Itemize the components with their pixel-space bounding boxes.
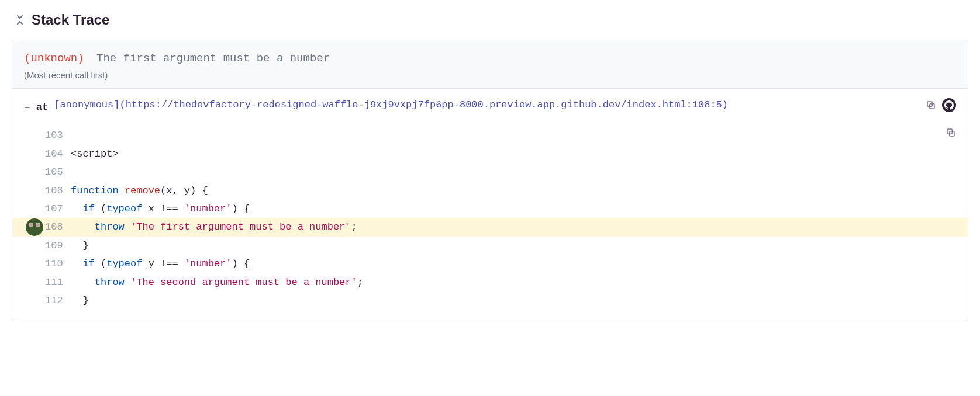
code-content: }	[71, 237, 89, 255]
line-number: 105	[45, 163, 71, 181]
line-number: 104	[45, 145, 71, 163]
code-content: throw 'The first argument must be a numb…	[71, 218, 357, 236]
panel-header: (unknown) The first argument must be a n…	[12, 40, 968, 89]
code-line: 108 throw 'The first argument must be a …	[12, 218, 968, 236]
code-content: if (typeof y !== 'number') {	[71, 255, 250, 273]
error-message: The first argument must be a number	[96, 52, 330, 65]
line-number: 108	[45, 218, 71, 236]
code-line: 109 }	[24, 237, 956, 255]
frame-collapse-toggle[interactable]: −	[24, 99, 30, 117]
github-icon[interactable]	[942, 98, 956, 112]
code-line: 107 if (typeof x !== 'number') {	[24, 200, 956, 218]
section-title: Stack Trace	[32, 12, 109, 28]
code-block: 103104<script>105106function remove(x, y…	[24, 126, 956, 310]
line-number: 106	[45, 182, 71, 200]
error-source: (unknown)	[24, 52, 84, 65]
code-line: 110 if (typeof y !== 'number') {	[24, 255, 956, 273]
line-number: 110	[45, 255, 71, 273]
stack-trace-panel: (unknown) The first argument must be a n…	[12, 40, 968, 321]
code-line: 112 }	[24, 291, 956, 310]
code-content: throw 'The second argument must be a num…	[71, 273, 363, 291]
error-summary: (unknown) The first argument must be a n…	[24, 51, 956, 67]
code-line: 105	[24, 163, 956, 181]
code-content: function remove(x, y) {	[71, 182, 208, 200]
code-line: 104<script>	[24, 145, 956, 163]
call-order-note: (Most recent call first)	[24, 70, 956, 80]
frame-header: − at [anonymous](https://thedevfactory-r…	[24, 97, 956, 117]
section-header: Stack Trace	[12, 12, 968, 28]
line-number: 112	[45, 291, 71, 310]
code-line: 106function remove(x, y) {	[24, 182, 956, 200]
line-number: 103	[45, 126, 71, 144]
frame-source-link[interactable]: [anonymous](https://thedevfactory-redesi…	[54, 97, 920, 114]
copy-code-icon[interactable]	[946, 126, 956, 144]
blame-avatar-slot	[24, 218, 45, 236]
blame-avatar[interactable]	[26, 218, 43, 236]
line-number: 107	[45, 200, 71, 218]
code-line: 103	[24, 126, 956, 144]
copy-icon[interactable]	[926, 100, 936, 110]
code-content: if (typeof x !== 'number') {	[71, 200, 250, 218]
code-line: 111 throw 'The second argument must be a…	[24, 273, 956, 291]
frame-actions	[926, 98, 956, 112]
collapse-vertical-icon[interactable]	[15, 14, 25, 26]
stack-frame: − at [anonymous](https://thedevfactory-r…	[12, 89, 968, 321]
line-number: 109	[45, 237, 71, 255]
code-content: <script>	[71, 145, 119, 163]
at-label: at	[36, 99, 48, 116]
code-content: }	[71, 291, 89, 310]
line-number: 111	[45, 273, 71, 291]
